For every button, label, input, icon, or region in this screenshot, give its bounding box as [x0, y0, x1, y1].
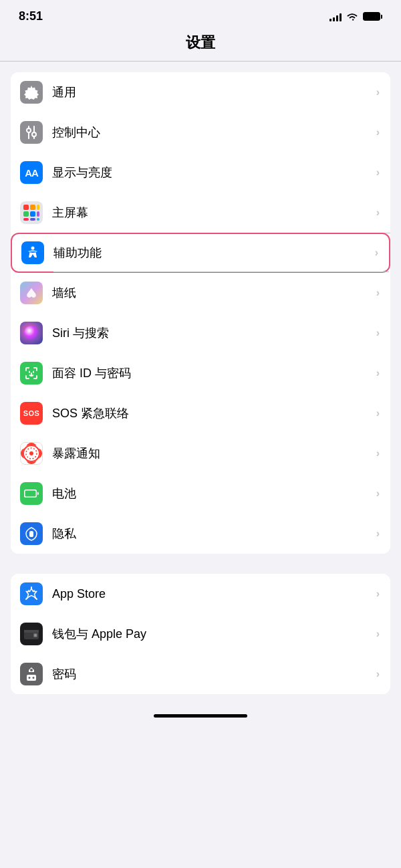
wallet-icon — [20, 623, 43, 645]
page-title: 设置 — [186, 34, 215, 51]
accessibility-icon — [21, 241, 44, 264]
accessibility-chevron: › — [375, 247, 378, 259]
wallpaper-icon — [20, 282, 43, 304]
svg-rect-8 — [23, 205, 29, 210]
settings-item-display[interactable]: AA 显示与亮度 › — [11, 152, 390, 193]
svg-rect-15 — [30, 218, 35, 221]
svg-rect-14 — [23, 218, 29, 221]
faceid-icon — [20, 362, 43, 385]
passwords-icon — [20, 663, 43, 685]
status-time: 8:51 — [19, 9, 43, 23]
general-icon — [20, 81, 43, 104]
display-label: 显示与亮度 — [52, 165, 376, 181]
control-center-chevron: › — [376, 126, 380, 138]
battery-chevron: › — [376, 487, 380, 500]
general-chevron: › — [376, 86, 380, 98]
svg-rect-16 — [37, 218, 39, 221]
settings-item-wallpaper[interactable]: 墙纸 › — [11, 273, 390, 313]
svg-point-20 — [29, 451, 33, 455]
siri-icon — [20, 322, 43, 344]
accessibility-label: 辅助功能 — [53, 245, 375, 261]
svg-rect-9 — [30, 205, 35, 210]
control-center-label: 控制中心 — [52, 124, 376, 140]
battery-setting-icon — [20, 482, 43, 505]
siri-label: Siri 与搜索 — [52, 325, 376, 341]
svg-point-29 — [30, 669, 33, 671]
svg-point-17 — [31, 247, 35, 250]
settings-item-sos[interactable]: SOS SOS 紧急联络 › — [11, 393, 390, 433]
privacy-label: 隐私 — [52, 526, 376, 542]
wallet-label: 钱包与 Apple Pay — [52, 626, 376, 642]
passwords-label: 密码 — [52, 666, 376, 682]
siri-chevron: › — [376, 327, 380, 339]
settings-item-passwords[interactable]: 密码 › — [11, 654, 390, 694]
settings-item-exposure[interactable]: 暴露通知 › — [11, 433, 390, 473]
faceid-chevron: › — [376, 367, 380, 379]
settings-item-general[interactable]: 通用 › — [11, 72, 390, 112]
signal-icon — [329, 12, 342, 21]
svg-rect-10 — [37, 205, 39, 210]
settings-item-faceid[interactable]: 面容 ID 与密码 › — [11, 353, 390, 393]
svg-point-32 — [33, 677, 35, 679]
exposure-label: 暴露通知 — [52, 445, 376, 461]
settings-item-wallet[interactable]: 钱包与 Apple Pay › — [11, 614, 390, 654]
settings-item-siri[interactable]: Siri 与搜索 › — [11, 313, 390, 353]
exposure-icon — [20, 442, 43, 465]
settings-group-1: 通用 › 控制中心 › AA 显示与亮度 › — [11, 72, 390, 554]
status-bar: 8:51 — [0, 0, 401, 29]
control-center-icon — [20, 121, 43, 144]
page-title-bar: 设置 — [0, 29, 401, 61]
wallpaper-label: 墙纸 — [52, 285, 376, 301]
svg-rect-30 — [27, 675, 36, 681]
appstore-label: App Store — [52, 587, 376, 601]
display-chevron: › — [376, 167, 380, 179]
sos-label: SOS 紧急联络 — [52, 405, 376, 421]
exposure-chevron: › — [376, 447, 380, 459]
status-icons — [329, 12, 382, 21]
home-screen-icon — [20, 201, 43, 224]
svg-rect-24 — [30, 534, 33, 537]
svg-rect-26 — [24, 630, 39, 633]
passwords-chevron: › — [376, 668, 380, 680]
privacy-icon — [20, 522, 43, 545]
wifi-icon — [346, 12, 358, 21]
settings-item-control-center[interactable]: 控制中心 › — [11, 112, 390, 152]
svg-point-31 — [29, 677, 31, 679]
privacy-chevron: › — [376, 528, 380, 540]
svg-rect-13 — [37, 211, 39, 217]
home-bar — [154, 714, 247, 718]
sos-chevron: › — [376, 407, 380, 419]
wallpaper-chevron: › — [376, 287, 380, 299]
faceid-label: 面容 ID 与密码 — [52, 365, 376, 381]
title-divider — [0, 61, 401, 62]
svg-point-28 — [34, 634, 37, 637]
settings-item-appstore[interactable]: App Store › — [11, 574, 390, 614]
battery-label: 电池 — [52, 485, 376, 502]
wallet-chevron: › — [376, 628, 380, 640]
appstore-icon — [20, 582, 43, 605]
general-label: 通用 — [52, 84, 376, 100]
settings-item-home-screen[interactable]: 主屏幕 › — [11, 193, 390, 233]
home-indicator-area — [0, 705, 401, 723]
settings-item-accessibility[interactable]: 辅助功能 › — [11, 233, 390, 273]
svg-rect-23 — [25, 491, 36, 497]
battery-icon — [363, 12, 382, 21]
svg-rect-12 — [30, 211, 35, 217]
svg-point-21 — [26, 448, 37, 459]
svg-rect-11 — [23, 211, 29, 217]
settings-item-battery[interactable]: 电池 › — [11, 473, 390, 514]
home-screen-label: 主屏幕 — [52, 205, 376, 221]
settings-group-2: App Store › 钱包与 Apple Pay › 密码 — [11, 574, 390, 694]
settings-item-privacy[interactable]: 隐私 › — [11, 514, 390, 554]
appstore-chevron: › — [376, 588, 380, 600]
sos-icon: SOS — [20, 402, 43, 425]
display-icon: AA — [20, 161, 43, 184]
home-screen-chevron: › — [376, 207, 380, 219]
